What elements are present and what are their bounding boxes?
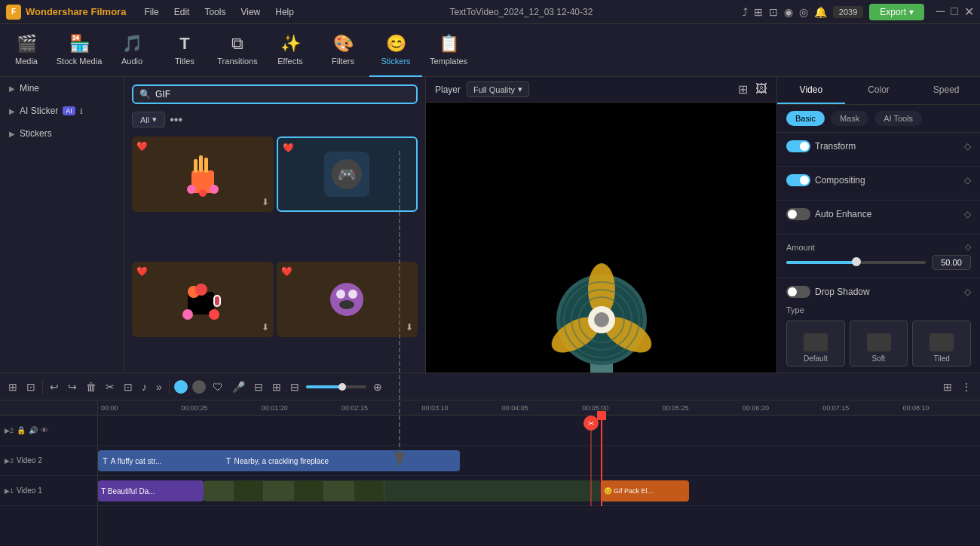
toolbar-templates[interactable]: 📋 Templates <box>422 24 475 77</box>
topbar-icon-6[interactable]: 🔔 <box>814 6 827 18</box>
tl-crop-button[interactable]: ⊡ <box>121 379 135 395</box>
sticker-item[interactable]: ❤️ ⬇ <box>132 136 274 212</box>
left-panel-mine[interactable]: ▶ Mine <box>0 77 124 100</box>
left-panel-stickers[interactable]: ▶ Stickers <box>0 122 124 145</box>
sticker-item[interactable]: ❤️ 🎮 <box>277 136 418 212</box>
track-icon-video2-vol[interactable]: 🔊 <box>29 426 38 434</box>
titles-icon: T <box>179 34 189 54</box>
tl-zoom-slider[interactable] <box>306 385 366 388</box>
tl-delete-button[interactable]: 🗑 <box>84 379 99 395</box>
tl-more2-button[interactable]: ⋮ <box>959 379 974 395</box>
clip-beautiful-da[interactable]: T Beautiful Da... <box>98 480 204 502</box>
tl-cut-button[interactable]: ✂ <box>103 379 117 395</box>
toolbar-filters[interactable]: 🎨 Filters <box>317 24 369 77</box>
topbar-icon-5[interactable]: ◎ <box>799 6 808 18</box>
tl-mic-button[interactable]: 🎤 <box>230 379 247 395</box>
tl-magnetic-button[interactable]: ⊡ <box>24 379 38 395</box>
search-input[interactable] <box>155 89 410 100</box>
left-panel-ai-sticker[interactable]: ▶ AI Sticker AI ℹ <box>0 100 124 122</box>
clip-video-frames[interactable] <box>204 480 601 502</box>
sticker-image <box>132 136 274 212</box>
tracks-container: ✂ T A fluffy cat str... T Nearby, a crac… <box>98 416 980 506</box>
amount-knob[interactable] <box>852 257 861 266</box>
tab-speed[interactable]: Speed <box>912 77 980 104</box>
track-icon-video2-eye[interactable]: 👁 <box>41 426 48 434</box>
track-num-empty: ▶2 <box>5 427 14 434</box>
tl-redo-button[interactable]: ↪ <box>66 379 79 395</box>
filter-all-button[interactable]: All ▾ <box>132 112 165 127</box>
drop-shadow-header[interactable]: Drop Shadow ◇ <box>786 286 971 298</box>
toolbar-stock-media[interactable]: 🏪 Stock Media <box>53 24 106 77</box>
sticker-item[interactable]: ❤️ ⬇ <box>132 262 274 337</box>
transitions-icon: ⧉ <box>231 34 243 54</box>
tl-layout-button[interactable]: ⊞ <box>941 379 954 395</box>
topbar-icon-4[interactable]: ◉ <box>784 6 793 18</box>
toolbar-transitions[interactable]: ⧉ Transitions <box>211 24 264 77</box>
type-tiled-button[interactable]: Tiled <box>912 321 971 367</box>
tl-audio-button[interactable]: ♪ <box>139 379 149 395</box>
transform-toggle[interactable] <box>786 140 810 152</box>
clip-nearby-fireplace[interactable]: T Nearby, a crackling fireplace <box>222 450 460 471</box>
tl-split-button[interactable]: ⊞ <box>6 379 20 395</box>
sub-tab-ai-tools[interactable]: AI Tools <box>874 111 922 126</box>
toolbar-effects[interactable]: ✨ Effects <box>264 24 317 77</box>
auto-enhance-diamond-icon[interactable]: ◇ <box>964 209 971 219</box>
timeline-tracks[interactable]: 00:00 00:00:25 00:01:20 00:02:15 00:03:1… <box>98 400 980 546</box>
toolbar-stickers[interactable]: 😊 Stickers <box>369 24 422 77</box>
menu-edit[interactable]: Edit <box>168 5 196 19</box>
toolbar-media[interactable]: 🎬 Media <box>0 24 53 77</box>
player-photo-icon[interactable]: 🖼 <box>755 82 767 97</box>
tl-subtitles-button[interactable]: ⊟ <box>252 379 265 395</box>
drop-shadow-diamond-icon[interactable]: ◇ <box>964 287 971 297</box>
amount-diamond-icon[interactable]: ◇ <box>965 242 971 252</box>
type-soft-button[interactable]: Soft <box>850 321 908 367</box>
tl-translate-button[interactable]: ⊞ <box>270 379 283 395</box>
tl-zoom-knob[interactable] <box>338 383 346 391</box>
tl-zoom-out-button[interactable]: ⊟ <box>288 379 302 395</box>
menu-view[interactable]: View <box>234 5 266 19</box>
tl-separator-2 <box>169 379 170 394</box>
tl-undo-button[interactable]: ↩ <box>47 379 61 395</box>
transform-diamond-icon[interactable]: ◇ <box>964 141 971 152</box>
quality-select[interactable]: Full Quality ▾ <box>467 81 529 97</box>
menu-help[interactable]: Help <box>269 5 300 19</box>
minimize-button[interactable]: ─ <box>936 5 945 19</box>
amount-slider[interactable] <box>786 261 926 264</box>
grid-view-icon[interactable]: ⊞ <box>738 82 748 97</box>
type-default-button[interactable]: Default <box>786 321 845 367</box>
drop-shadow-toggle[interactable] <box>786 286 810 298</box>
toolbar-audio[interactable]: 🎵 Audio <box>106 24 158 77</box>
auto-enhance-section: Auto Enhance ◇ <box>777 201 980 235</box>
toolbar-titles[interactable]: T Titles <box>158 24 211 77</box>
tab-video[interactable]: Video <box>777 77 845 104</box>
tl-lock-button[interactable]: 🛡 <box>210 379 225 395</box>
compositing-diamond-icon[interactable]: ◇ <box>964 175 971 186</box>
topbar-icon-3[interactable]: ⊡ <box>769 6 778 18</box>
amount-input[interactable] <box>932 255 971 270</box>
tl-zoom-in-button[interactable]: ⊕ <box>371 379 384 395</box>
menu-file[interactable]: File <box>138 5 164 19</box>
tl-more-button[interactable]: » <box>154 379 164 395</box>
auto-enhance-header[interactable]: Auto Enhance ◇ <box>786 208 971 220</box>
tab-color[interactable]: Color <box>845 77 913 104</box>
filter-more-button[interactable]: ••• <box>170 113 182 127</box>
clip-gif-pack[interactable]: 😊 Gif Pack El... <box>601 480 689 502</box>
transform-header[interactable]: Transform ◇ <box>786 140 971 152</box>
export-button[interactable]: Export ▾ <box>869 4 924 20</box>
menu-tools[interactable]: Tools <box>198 5 231 19</box>
auto-enhance-toggle[interactable] <box>786 208 810 220</box>
svg-point-13 <box>195 284 207 296</box>
topbar-icon-1[interactable]: ⤴ <box>743 6 748 18</box>
sub-tab-mask[interactable]: Mask <box>831 111 868 126</box>
compositing-header[interactable]: Compositing ◇ <box>786 174 971 186</box>
ruler-810: 00:08:10 <box>900 404 980 412</box>
sticker-item[interactable]: ❤️ ⬇ <box>277 262 418 337</box>
tl-play-record-button[interactable] <box>192 380 206 394</box>
tl-record-button[interactable] <box>174 380 188 394</box>
topbar-icon-2[interactable]: ⊞ <box>754 6 763 18</box>
compositing-toggle[interactable] <box>786 174 810 186</box>
close-button[interactable]: ✕ <box>964 5 974 19</box>
sub-tab-basic[interactable]: Basic <box>786 111 825 126</box>
templates-icon: 📋 <box>439 34 459 54</box>
maximize-button[interactable]: □ <box>951 5 958 19</box>
